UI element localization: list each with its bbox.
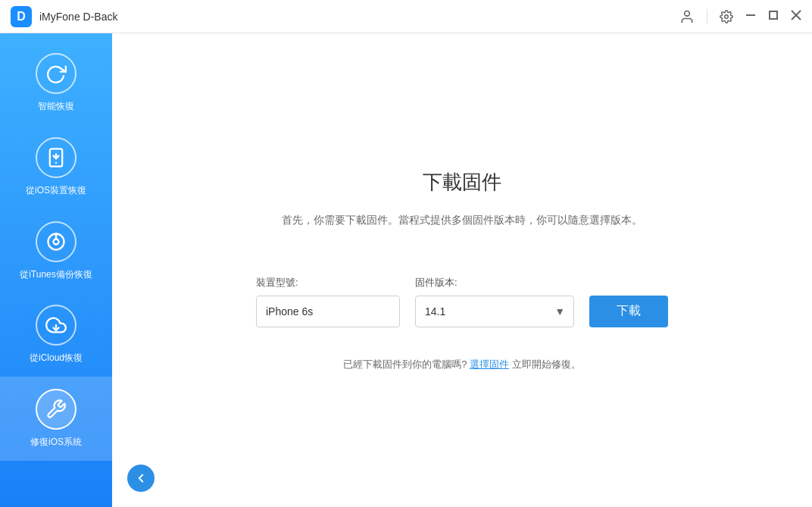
page-title: 下載固件 (423, 169, 501, 196)
device-label: 裝置型號: (256, 276, 400, 289)
ios-recover-icon-circle (36, 137, 77, 178)
settings-icon[interactable] (720, 10, 733, 23)
icloud-recover-icon (45, 315, 67, 336)
ios-recover-icon (45, 147, 67, 168)
app-title: iMyFone D-Back (39, 11, 679, 23)
sidebar-item-smart-recover[interactable]: 智能恢復 (0, 41, 112, 125)
firmware-label: 固件版本: (415, 276, 574, 289)
maximize-icon[interactable] (768, 10, 779, 23)
titlebar-actions (679, 9, 801, 24)
bottom-hint: 已經下載固件到你的電腦嗎? 選擇固件 立即開始修復。 (343, 358, 580, 371)
form-row: 裝置型號: 固件版本: 14.1 14.0 13.7 13.6 13.5 ▼ (256, 276, 668, 327)
back-button[interactable] (127, 465, 155, 492)
svg-point-1 (725, 14, 729, 18)
close-icon[interactable] (791, 10, 801, 23)
repair-ios-icon (45, 399, 67, 420)
download-button[interactable]: 下載 (589, 296, 668, 327)
device-input[interactable] (256, 296, 400, 327)
page-description: 首先，你需要下載固件。當程式提供多個固件版本時，你可以隨意選擇版本。 (282, 211, 642, 230)
sidebar-item-repair-ios[interactable]: 修復iOS系統 (0, 377, 112, 461)
firmware-select-wrap: 14.1 14.0 13.7 13.6 13.5 ▼ (415, 296, 574, 327)
titlebar: D iMyFone D-Back (0, 0, 812, 33)
svg-point-0 (685, 11, 690, 16)
device-form-group: 裝置型號: (256, 276, 400, 327)
smart-recover-icon (45, 63, 67, 84)
repair-ios-icon-circle (36, 389, 77, 430)
content-area: 下載固件 首先，你需要下載固件。當程式提供多個固件版本時，你可以隨意選擇版本。 … (112, 33, 812, 507)
sidebar-item-ios-recover[interactable]: 從iOS裝置恢復 (0, 125, 112, 209)
itunes-recover-icon-circle (36, 221, 77, 262)
app-logo: D (11, 6, 32, 27)
sidebar-label-itunes-recover: 從iTunes備份恢復 (20, 268, 92, 281)
sidebar-label-smart-recover: 智能恢復 (38, 100, 74, 113)
sidebar-label-repair-ios: 修復iOS系統 (30, 436, 82, 449)
firmware-select[interactable]: 14.1 14.0 13.7 13.6 13.5 (415, 296, 574, 327)
sidebar: 智能恢復 從iOS裝置恢復 從 (0, 33, 112, 507)
itunes-recover-icon (45, 231, 67, 252)
sidebar-label-icloud-recover: 從iCloud恢復 (30, 352, 83, 365)
hint-link[interactable]: 選擇固件 (470, 358, 509, 370)
user-icon[interactable] (679, 9, 695, 24)
titlebar-divider (707, 9, 707, 24)
hint-suffix: 立即開始修復。 (512, 358, 581, 370)
hint-text: 已經下載固件到你的電腦嗎? (343, 358, 467, 370)
smart-recover-icon-circle (36, 53, 77, 94)
icloud-recover-icon-circle (36, 305, 77, 346)
back-icon (134, 471, 148, 485)
main-layout: 智能恢復 從iOS裝置恢復 從 (0, 33, 812, 507)
sidebar-label-ios-recover: 從iOS裝置恢復 (26, 184, 86, 197)
minimize-icon[interactable] (745, 10, 756, 23)
svg-rect-3 (770, 11, 777, 19)
sidebar-item-icloud-recover[interactable]: 從iCloud恢復 (0, 293, 112, 377)
sidebar-item-itunes-recover[interactable]: 從iTunes備份恢復 (0, 209, 112, 293)
firmware-form-group: 固件版本: 14.1 14.0 13.7 13.6 13.5 ▼ (415, 276, 574, 327)
